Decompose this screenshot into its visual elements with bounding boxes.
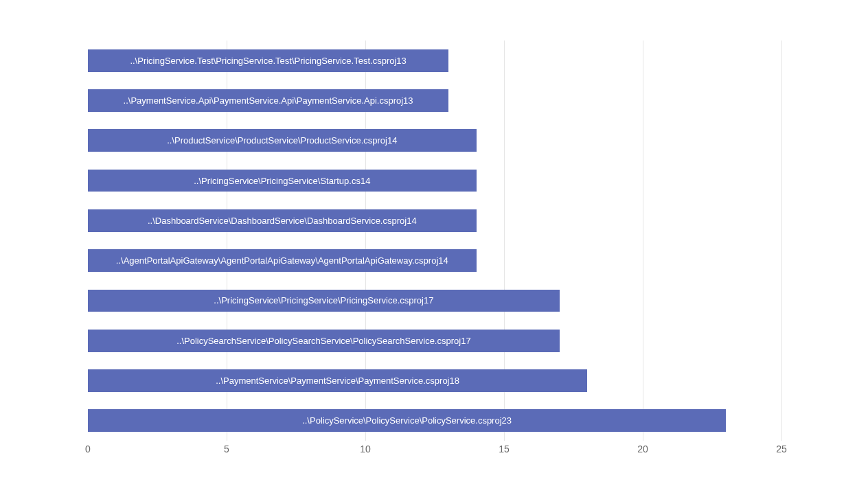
bar-value: 13 xyxy=(403,95,413,106)
bar-slot: ..\PricingService\PricingService\Pricing… xyxy=(88,281,781,321)
bar-label: ..\PricingService.Test\PricingService.Te… xyxy=(130,56,396,66)
bar-slot: ..\PaymentService\PaymentService\Payment… xyxy=(88,360,781,400)
bar[interactable]: ..\PaymentService.Api\PaymentService.Api… xyxy=(88,89,448,112)
x-tick-label: 20 xyxy=(637,443,648,454)
bar-value: 23 xyxy=(502,415,512,426)
bar[interactable]: ..\PricingService\PricingService\Startup… xyxy=(88,170,477,192)
bar[interactable]: ..\ProductService\ProductService\Product… xyxy=(88,129,477,152)
plot-area: ..\PricingService.Test\PricingService.Te… xyxy=(88,41,781,441)
bar-label: ..\PolicyService\PolicyService\PolicySer… xyxy=(302,415,501,426)
bar-value: 13 xyxy=(396,56,406,66)
bar-slot: ..\DashboardService\DashboardService\Das… xyxy=(88,200,781,240)
bar-label: ..\ProductService\ProductService\Product… xyxy=(167,135,387,146)
bar-slot: ..\PolicyService\PolicyService\PolicySer… xyxy=(88,401,781,441)
bar-label: ..\PaymentService\PaymentService\Payment… xyxy=(216,376,449,386)
x-tick-label: 15 xyxy=(499,443,510,454)
bar[interactable]: ..\AgentPortalApiGateway\AgentPortalApiG… xyxy=(88,249,477,272)
bar[interactable]: ..\PricingService.Test\PricingService.Te… xyxy=(88,49,448,72)
x-axis-ticks: 0510152025 xyxy=(88,443,781,457)
bar-label: ..\DashboardService\DashboardService\Das… xyxy=(148,216,407,226)
x-tick-label: 10 xyxy=(360,443,371,454)
bar-value: 14 xyxy=(361,176,370,186)
bar-slot: ..\ProductService\ProductService\Product… xyxy=(88,121,781,161)
bar[interactable]: ..\PricingService\PricingService\Pricing… xyxy=(88,290,560,312)
bar-value: 14 xyxy=(438,255,448,266)
x-tick-label: 25 xyxy=(776,443,787,454)
bar-chart: ..\PricingService.Test\PricingService.Te… xyxy=(0,0,868,484)
bar-value: 18 xyxy=(450,376,459,386)
bar-label: ..\PricingService\PricingService\Startup… xyxy=(194,176,361,186)
bar-label: ..\AgentPortalApiGateway\AgentPortalApiG… xyxy=(116,255,438,266)
bar[interactable]: ..\PolicyService\PolicyService\PolicySer… xyxy=(88,409,726,432)
bar-label: ..\PricingService\PricingService\Pricing… xyxy=(214,295,424,306)
x-tick-label: 0 xyxy=(85,443,91,454)
bar-slot: ..\PaymentService.Api\PaymentService.Api… xyxy=(88,80,781,120)
bar[interactable]: ..\PaymentService\PaymentService\Payment… xyxy=(88,369,587,392)
x-tick-label: 5 xyxy=(224,443,229,454)
bar-value: 14 xyxy=(387,135,397,146)
bar[interactable]: ..\DashboardService\DashboardService\Das… xyxy=(88,209,477,232)
bar-value: 17 xyxy=(424,295,433,306)
bar-value: 14 xyxy=(407,216,416,226)
bar-slot: ..\PolicySearchService\PolicySearchServi… xyxy=(88,321,781,360)
bar-slot: ..\PricingService.Test\PricingService.Te… xyxy=(88,41,781,80)
bar-slot: ..\AgentPortalApiGateway\AgentPortalApiG… xyxy=(88,241,781,281)
bar-value: 17 xyxy=(461,336,470,346)
bar-slot: ..\PricingService\PricingService\Startup… xyxy=(88,161,781,200)
gridline xyxy=(781,41,782,441)
bar-label: ..\PaymentService.Api\PaymentService.Api… xyxy=(124,95,404,106)
bar[interactable]: ..\PolicySearchService\PolicySearchServi… xyxy=(88,330,560,352)
bar-label: ..\PolicySearchService\PolicySearchServi… xyxy=(176,336,461,346)
